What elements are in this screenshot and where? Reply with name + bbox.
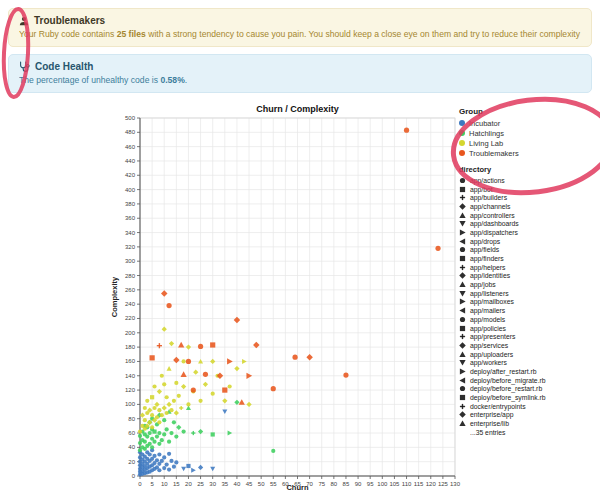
legend-group-title: Group [459, 107, 597, 116]
legend-directory-item: app/dispatchers [459, 228, 597, 237]
svg-text:105: 105 [389, 481, 400, 487]
cross-marker-icon [459, 403, 466, 410]
legend-group-label: Troublemakers [469, 149, 519, 158]
legend-directory-item: app/drops [459, 237, 597, 246]
legend-directory-label: app/presenters [470, 333, 515, 340]
legend-directory-item: app/bot [459, 185, 597, 194]
triangle-down-marker-icon [459, 359, 466, 366]
legend-group-item: Incubator [459, 118, 597, 128]
troublemakers-body-prefix: Your Ruby code contains [19, 29, 117, 39]
square-marker-icon [459, 325, 466, 332]
legend-directory-label: app/fields [470, 246, 499, 253]
troublemakers-files-count: 25 files [117, 29, 146, 39]
legend-directory-item: app/services [459, 341, 597, 350]
legend-directory-item: deploy/before_migrate.rb [459, 376, 597, 385]
svg-text:340: 340 [125, 230, 136, 236]
svg-text:220: 220 [125, 315, 136, 321]
troublemakers-body-suffix: with a strong tendency to cause you pain… [146, 29, 581, 39]
legend-group-item: Living Lab [459, 138, 597, 148]
legend-group-items: IncubatorHatchlingsLiving LabTroublemake… [459, 118, 597, 158]
legend-group-item: Hatchlings [459, 128, 597, 138]
legend-directory-item: app/dashboards [459, 219, 597, 228]
legend-directory-label: app/channels [470, 203, 510, 210]
legend-directory-item: app/channels [459, 202, 597, 211]
cross-marker-icon [459, 264, 466, 271]
stethoscope-icon [19, 61, 30, 72]
legend-directory-item: app/fields [459, 246, 597, 255]
legend-directory-item: app/controllers [459, 211, 597, 220]
svg-text:10: 10 [161, 481, 168, 487]
legend-directory-label: app/bot [470, 186, 493, 193]
legend-directory: directory app/actionsapp/botapp/builders… [459, 165, 597, 437]
svg-text:Churn / Complexity: Churn / Complexity [256, 104, 339, 114]
legend-directory-label: app/listeners [470, 290, 509, 297]
svg-text:320: 320 [125, 244, 136, 250]
legend-group: Group IncubatorHatchlingsLiving LabTroub… [459, 107, 597, 158]
svg-text:125: 125 [438, 481, 449, 487]
legend-group-item: Troublemakers [459, 148, 597, 158]
square-marker-icon [459, 186, 466, 193]
svg-text:300: 300 [125, 258, 136, 264]
svg-text:20: 20 [185, 481, 192, 487]
svg-text:15: 15 [173, 481, 180, 487]
triangle-left-marker-icon [459, 377, 466, 384]
svg-text:30: 30 [209, 481, 216, 487]
square-marker-icon [459, 255, 466, 262]
code-health-body-prefix: The percentage of unhealthy code is [19, 75, 160, 85]
svg-text:440: 440 [125, 158, 136, 164]
legend-directory-label: app/policies [470, 325, 506, 332]
legend-directory-label: app/services [470, 342, 508, 349]
triangle-up-marker-icon [459, 351, 466, 358]
svg-text:380: 380 [125, 201, 136, 207]
cross-marker-icon [459, 194, 466, 201]
troublemakers-title-row: Troublemakers [19, 15, 581, 26]
triangle-up-marker-icon [459, 420, 466, 427]
legend-directory-item: app/builders [459, 193, 597, 202]
legend-directory-item: app/policies [459, 324, 597, 333]
legend-group-label: Incubator [469, 119, 500, 128]
svg-text:60: 60 [128, 430, 135, 436]
triangle-left-marker-icon [459, 238, 466, 245]
diamond-marker-icon [459, 411, 466, 418]
troublemakers-icon [19, 16, 29, 26]
circle-marker-icon [459, 177, 466, 184]
circle-marker-icon [459, 316, 466, 323]
svg-text:20: 20 [128, 459, 135, 465]
legend-directory-label: app/dashboards [470, 220, 519, 227]
legend-directory-item: app/mailers [459, 306, 597, 315]
svg-text:180: 180 [125, 344, 136, 350]
code-health-title: Code Health [35, 61, 93, 72]
legend-directory-label: enterprise/lib [470, 420, 509, 427]
legend-color-dot [459, 140, 465, 146]
legend-directory-label: app/jobs [470, 281, 496, 288]
legend-directory-label: app/controllers [470, 212, 515, 219]
legend-directory-label: ...35 entries [470, 429, 506, 436]
legend-directory-label: app/workers [470, 359, 507, 366]
triangle-right-marker-icon [459, 229, 466, 236]
svg-text:5: 5 [150, 481, 154, 487]
svg-text:35: 35 [221, 481, 228, 487]
troublemakers-callout: Troublemakers Your Ruby code contains 25… [8, 8, 592, 47]
svg-text:40: 40 [234, 481, 241, 487]
svg-text:160: 160 [125, 358, 136, 364]
legend-directory-label: deploy/before_migrate.rb [470, 377, 546, 384]
diamond-marker-icon [459, 272, 466, 279]
alerts: Troublemakers Your Ruby code contains 25… [8, 8, 592, 100]
triangle-right-marker-icon [459, 368, 466, 375]
legend-directory-label: app/identities [470, 272, 510, 279]
triangle-left-marker-icon [459, 307, 466, 314]
legend-directory-item: docker/entrypoints [459, 402, 597, 411]
legend-directory-item: enterprise/lib [459, 419, 597, 428]
legend-directory-title: directory [459, 165, 597, 174]
legend-directory-item: ...35 entries [459, 428, 597, 437]
svg-text:420: 420 [125, 172, 136, 178]
code-health-title-row: Code Health [19, 61, 581, 72]
legend-directory-label: app/models [470, 316, 505, 323]
cross-marker-icon [459, 333, 466, 340]
legend-directory-item: app/mailboxes [459, 298, 597, 307]
triangle-up-marker-icon [459, 212, 466, 219]
legend-directory-item: app/helpers [459, 263, 597, 272]
svg-text:100: 100 [377, 481, 388, 487]
legend-color-dot [459, 130, 465, 136]
svg-text:460: 460 [125, 144, 136, 150]
